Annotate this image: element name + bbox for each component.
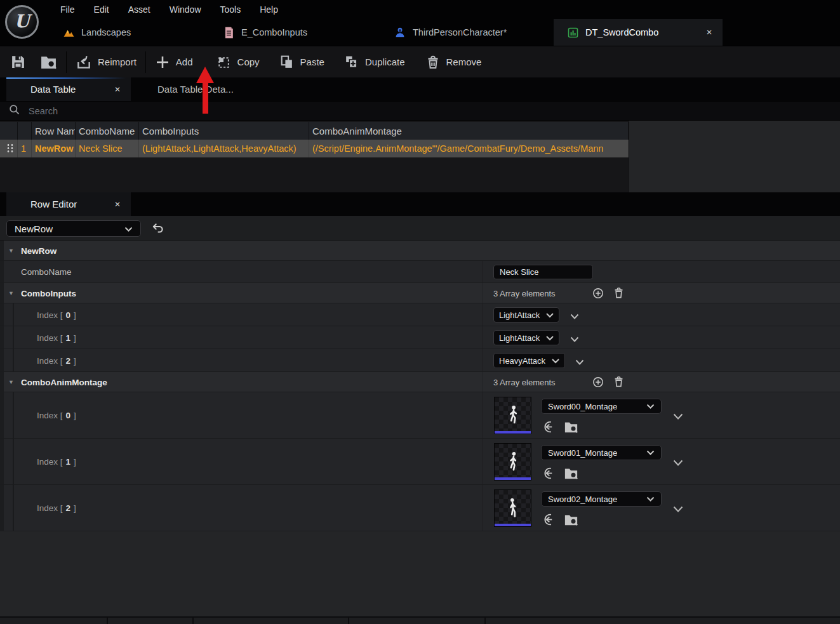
row-select-dropdown[interactable]: NewRow (6, 220, 141, 237)
clear-array-button[interactable] (611, 375, 625, 389)
close-icon[interactable]: ✕ (706, 28, 712, 37)
duplicate-icon (343, 54, 359, 70)
element-options-button[interactable] (570, 334, 580, 342)
indent-rail (13, 439, 14, 484)
category-newrow[interactable]: ▼ NewRow (0, 241, 840, 261)
browse-to-asset-button[interactable] (563, 512, 578, 527)
remove-row-button[interactable]: Remove (425, 55, 482, 70)
add-row-button[interactable]: Add (155, 55, 193, 70)
category-combo-anim-montage[interactable]: ▼ ComboAnimMontage 3 Array elements (0, 372, 840, 392)
tab-thirdpersoncharacter[interactable]: ThirdPersonCharacter* (381, 19, 554, 46)
name-value-splitter[interactable] (483, 303, 483, 326)
column-header-combo-anim-montage[interactable]: ComboAnimMontage (309, 122, 629, 140)
name-value-splitter[interactable] (483, 283, 483, 303)
indent-rail (13, 303, 14, 326)
expander-triangle-icon[interactable]: ▼ (8, 248, 14, 254)
search-input[interactable] (27, 105, 662, 117)
combo-input-dropdown-2[interactable]: HeavyAttack (493, 353, 565, 368)
expander-triangle-icon[interactable]: ▼ (8, 379, 14, 385)
use-selected-asset-button[interactable] (543, 419, 558, 434)
tab-data-table[interactable]: Data Table ✕ (6, 77, 131, 101)
grid-empty-area (629, 121, 840, 192)
tab-label: ThirdPersonCharacter* (413, 27, 507, 37)
expand-element-button[interactable] (673, 458, 684, 467)
column-header-row-name[interactable]: Row Name (32, 122, 76, 140)
name-value-splitter[interactable] (483, 485, 483, 531)
menu-window[interactable]: Window (160, 0, 211, 19)
add-element-button[interactable] (591, 286, 605, 300)
tab-dt-swordcombo[interactable]: DT_SwordCombo ✕ (554, 19, 723, 46)
reset-to-default-button[interactable] (149, 220, 166, 237)
chevron-down-icon (124, 223, 133, 234)
montage-asset-dropdown-1[interactable]: Sword01_Montage (541, 445, 662, 460)
name-value-splitter[interactable] (483, 261, 483, 282)
combo-input-dropdown-1[interactable]: LightAttack (493, 330, 559, 345)
category-combo-inputs[interactable]: ▼ ComboInputs 3 Array elements (0, 283, 840, 303)
combo-input-dropdown-0[interactable]: LightAttack (493, 307, 559, 322)
name-value-splitter[interactable] (483, 349, 483, 371)
folder-search-icon (40, 54, 57, 70)
name-value-splitter[interactable] (483, 392, 483, 438)
montage-asset-dropdown-2[interactable]: Sword02_Montage (541, 491, 662, 507)
paste-row-button[interactable]: Paste (279, 54, 324, 70)
column-header-combo-name[interactable]: ComboName (76, 122, 139, 140)
array-element-row: Index [0] LightAttack (0, 303, 840, 326)
expand-element-button[interactable] (673, 504, 684, 513)
tab-row-editor[interactable]: Row Editor ✕ (6, 192, 131, 216)
indent-rail (13, 485, 14, 531)
unreal-logo-icon[interactable]: U (5, 5, 39, 39)
combo-name-input[interactable]: Neck Slice (493, 265, 593, 279)
unreal-editor-window: U File Edit Asset Window Tools Help Land… (0, 0, 840, 624)
close-icon[interactable]: ✕ (114, 200, 121, 209)
row-drag-handle[interactable] (0, 140, 18, 157)
duplicate-row-button[interactable]: Duplicate (343, 54, 405, 70)
montage-thumbnail[interactable] (494, 443, 531, 481)
menu-edit[interactable]: Edit (84, 0, 119, 19)
montage-thumbnail[interactable] (494, 489, 531, 527)
browse-to-asset-button[interactable] (40, 54, 57, 70)
arrow-shaft (203, 83, 208, 114)
name-value-splitter[interactable] (483, 326, 483, 349)
montage-asset-dropdown-0[interactable]: Sword00_Montage (541, 399, 662, 414)
tab-label: Landscapes (81, 27, 131, 37)
close-icon[interactable]: ✕ (114, 85, 121, 94)
column-header-combo-inputs[interactable]: ComboInputs (139, 122, 309, 140)
add-element-button[interactable] (591, 375, 605, 389)
browse-to-asset-button[interactable] (563, 419, 578, 434)
menu-tools[interactable]: Tools (211, 0, 251, 19)
chevron-down-icon (646, 495, 655, 504)
montage-element-row: Index [1] Sword01_Montage (0, 439, 840, 485)
save-button[interactable] (10, 54, 26, 70)
toolbar-divider (145, 51, 146, 73)
name-value-splitter[interactable] (483, 439, 483, 484)
menu-asset[interactable]: Asset (119, 0, 160, 19)
copy-label: Copy (237, 56, 260, 67)
reimport-button[interactable]: Reimport (76, 54, 137, 70)
tab-data-table-details[interactable]: Data Table Deta... (157, 77, 234, 101)
expander-triangle-icon[interactable]: ▼ (8, 290, 14, 296)
table-row[interactable]: 1 NewRow Neck Slice (LightAttack,LightAt… (0, 140, 629, 157)
menu-help[interactable]: Help (250, 0, 288, 19)
element-options-button[interactable] (570, 311, 580, 319)
search-bar (0, 101, 840, 121)
clear-array-button[interactable] (611, 286, 625, 300)
montage-thumbnail[interactable] (494, 397, 531, 434)
tab-landscapes[interactable]: Landscapes (50, 19, 210, 46)
asset-toolbar: Reimport Add Copy Paste Duplicate (0, 46, 840, 77)
panel-segment (194, 618, 348, 624)
copy-row-button[interactable]: Copy (216, 54, 260, 70)
use-selected-asset-button[interactable] (543, 512, 558, 527)
use-selected-asset-button[interactable] (543, 465, 558, 481)
element-options-button[interactable] (575, 357, 585, 364)
panel-segment (0, 618, 107, 624)
name-value-splitter[interactable] (483, 372, 483, 392)
browse-to-asset-button[interactable] (563, 465, 578, 481)
expand-element-button[interactable] (673, 411, 684, 420)
menu-file[interactable]: File (51, 0, 84, 19)
asset-type-color-bar (495, 477, 531, 480)
duplicate-label: Duplicate (365, 56, 405, 67)
tab-e-comboinputs[interactable]: E_ComboInputs (210, 19, 381, 46)
indent-rail (13, 392, 14, 438)
character-icon (394, 26, 406, 39)
chevron-down-icon (546, 333, 554, 343)
